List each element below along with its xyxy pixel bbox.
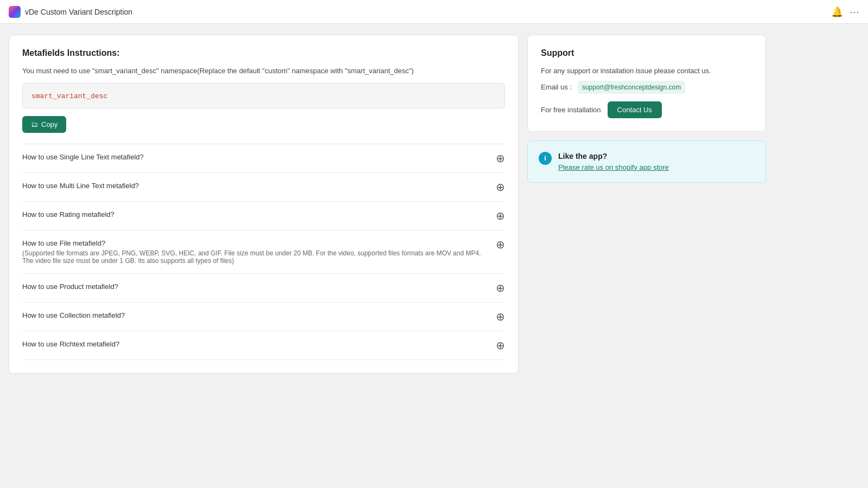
expand-icon[interactable]: ⊕ [496,153,505,164]
expand-icon[interactable]: ⊕ [496,210,505,221]
expand-icon[interactable]: ⊕ [496,311,505,322]
faq-item[interactable]: How to use File metafield?(Supported fil… [22,230,505,274]
expand-icon[interactable]: ⊕ [496,239,505,250]
like-content: Like the app? Please rate us on shopify … [558,152,669,171]
more-icon[interactable]: ⋯ [850,6,859,18]
email-badge[interactable]: support@freshconceptdesign.com [578,81,685,94]
code-box: smart_variant_desc [22,83,505,108]
info-icon: i [539,152,552,165]
expand-icon[interactable]: ⊕ [496,282,505,293]
support-text: For any support or installation issue pl… [541,66,752,76]
faq-item[interactable]: How to use Rating metafield?⊕ [22,202,505,230]
left-panel: Metafields Instructions: You must need t… [9,35,519,374]
right-panel: Support For any support or installation … [527,35,766,374]
faq-question: How to use Multi Line Text metafield? [22,182,496,190]
like-title: Like the app? [558,152,669,160]
faq-question: How to use Rating metafield? [22,210,496,219]
shopify-rating-link[interactable]: Please rate us on shopify app store [558,163,669,171]
faq-question: How to use Collection metafield? [22,311,496,319]
faq-question: How to use Richtext metafield? [22,340,496,348]
email-label: Email us : [541,83,572,91]
faq-list: How to use Single Line Text metafield?⊕H… [22,144,505,360]
free-install-label: For free installation [541,106,601,114]
main-layout: Metafields Instructions: You must need t… [0,24,868,384]
metafields-title: Metafields Instructions: [22,48,505,58]
instruction-text: You must need to use "smart_variant_desc… [22,66,505,76]
expand-icon[interactable]: ⊕ [496,340,505,351]
support-card: Support For any support or installation … [527,35,766,132]
faq-item[interactable]: How to use Richtext metafield?⊕ [22,331,505,360]
app-logo-icon [9,6,21,18]
code-value: smart_variant_desc [31,92,107,100]
faq-item[interactable]: How to use Multi Line Text metafield?⊕ [22,173,505,202]
like-card: i Like the app? Please rate us on shopif… [527,140,766,183]
copy-icon: 🗂 [31,120,38,129]
faq-item[interactable]: How to use Collection metafield?⊕ [22,303,505,331]
faq-question: How to use Single Line Text metafield? [22,153,496,161]
copy-label: Copy [41,120,58,129]
faq-item[interactable]: How to use Single Line Text metafield?⊕ [22,144,505,173]
faq-question: How to use File metafield?(Supported fil… [22,239,496,265]
faq-question: How to use Product metafield? [22,282,496,291]
topbar-right: 🔔 ⋯ [831,6,859,18]
free-install-row: For free installation Contact Us [541,101,752,118]
contact-us-button[interactable]: Contact Us [608,101,662,118]
topbar-left: vDe Custom Variant Description [9,6,132,18]
app-title: vDe Custom Variant Description [25,8,132,16]
bell-icon[interactable]: 🔔 [831,6,843,18]
expand-icon[interactable]: ⊕ [496,182,505,192]
email-row: Email us : support@freshconceptdesign.co… [541,81,752,94]
faq-item[interactable]: How to use Product metafield?⊕ [22,274,505,303]
copy-button[interactable]: 🗂 Copy [22,116,66,133]
support-title: Support [541,48,752,58]
topbar: vDe Custom Variant Description 🔔 ⋯ [0,0,868,24]
